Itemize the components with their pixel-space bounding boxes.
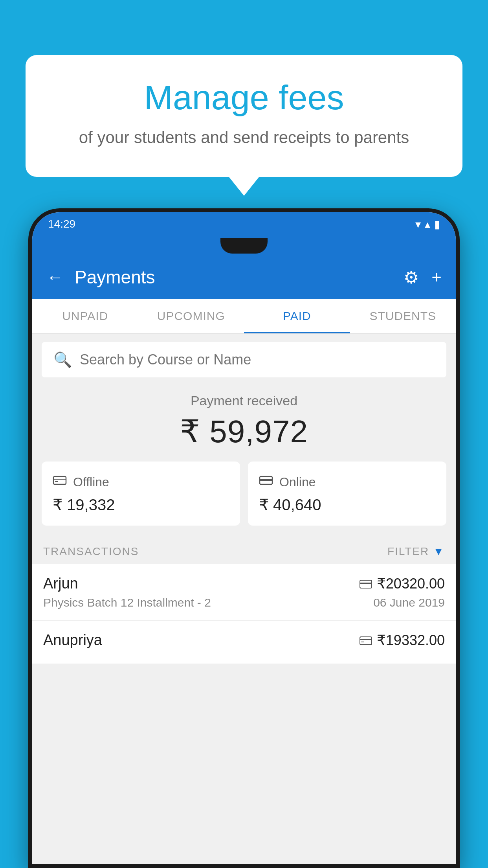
header-icons: ⚙ + — [404, 267, 442, 287]
offline-card-header: Offline — [53, 473, 229, 491]
filter-icon: ▼ — [433, 545, 445, 558]
payment-received-label: Payment received — [42, 393, 446, 408]
wifi-icon: ▾ — [415, 218, 421, 231]
tab-upcoming[interactable]: UPCOMING — [138, 299, 244, 333]
transaction-name: Arjun — [43, 575, 78, 592]
signal-icon: ▴ — [425, 218, 430, 231]
svg-rect-0 — [53, 476, 66, 484]
speech-bubble-container: Manage fees of your students and send re… — [26, 55, 462, 177]
transaction-date: 06 June 2019 — [373, 596, 445, 609]
page-title: Payments — [75, 267, 404, 288]
filter-button[interactable]: FILTER ▼ — [387, 545, 445, 558]
phone-inner: 14:29 ▾ ▴ ▮ ← Payments ⚙ + UNPAID — [32, 212, 456, 864]
status-icons: ▾ ▴ ▮ — [415, 218, 440, 231]
payment-type-icon — [360, 632, 372, 649]
app-header: ← Payments ⚙ + — [32, 256, 456, 299]
online-icon — [259, 473, 273, 491]
online-label: Online — [279, 475, 316, 489]
online-card-header: Online — [259, 473, 435, 491]
transaction-row-top: Anupriya ₹19332.00 — [43, 632, 445, 649]
notch — [220, 238, 268, 254]
back-button[interactable]: ← — [46, 267, 64, 287]
transaction-name: Anupriya — [43, 632, 102, 649]
payment-total-amount: ₹ 59,972 — [42, 413, 446, 450]
transaction-list: Arjun ₹20320.00 — [32, 564, 456, 664]
svg-rect-4 — [260, 479, 272, 481]
search-icon: 🔍 — [53, 351, 72, 368]
settings-icon[interactable]: ⚙ — [404, 267, 419, 287]
payment-summary: Payment received ₹ 59,972 — [32, 377, 456, 462]
add-icon[interactable]: + — [431, 267, 442, 287]
tab-paid[interactable]: PAID — [244, 299, 350, 333]
status-bar: 14:29 ▾ ▴ ▮ — [32, 212, 456, 236]
transaction-amount: ₹20320.00 — [360, 576, 445, 592]
transaction-course: Physics Batch 12 Installment - 2 — [43, 596, 365, 609]
transaction-row-top: Arjun ₹20320.00 — [43, 575, 445, 592]
transactions-label: TRANSACTIONS — [43, 545, 139, 558]
transactions-header: TRANSACTIONS FILTER ▼ — [32, 537, 456, 564]
search-container: 🔍 — [42, 342, 446, 377]
speech-bubble: Manage fees of your students and send re… — [26, 55, 462, 177]
offline-label: Offline — [73, 475, 109, 489]
transaction-detail: Physics Batch 12 Installment - 2 06 June… — [43, 596, 445, 609]
offline-amount: ₹ 19,332 — [53, 496, 229, 514]
transaction-amount: ₹19332.00 — [360, 632, 445, 649]
offline-payment-card: Offline ₹ 19,332 — [42, 462, 240, 526]
svg-rect-8 — [360, 639, 372, 640]
online-payment-card: Online ₹ 40,640 — [248, 462, 446, 526]
tab-unpaid[interactable]: UNPAID — [32, 299, 138, 333]
battery-icon: ▮ — [434, 218, 440, 231]
svg-rect-7 — [360, 637, 372, 645]
search-input[interactable] — [80, 351, 435, 368]
tab-students[interactable]: STUDENTS — [350, 299, 456, 333]
bubble-subtitle: of your students and send receipts to pa… — [57, 126, 431, 149]
table-row: Arjun ₹20320.00 — [32, 564, 456, 621]
content-area: 🔍 Payment received ₹ 59,972 — [32, 334, 456, 664]
table-row: Anupriya ₹19332.00 — [32, 621, 456, 664]
bubble-title: Manage fees — [57, 79, 431, 117]
svg-rect-1 — [53, 479, 66, 480]
svg-rect-2 — [55, 481, 58, 482]
svg-rect-9 — [361, 642, 364, 642]
status-time: 14:29 — [48, 218, 75, 230]
payment-cards: Offline ₹ 19,332 Online — [32, 462, 456, 537]
online-amount: ₹ 40,640 — [259, 496, 435, 514]
notch-bar — [32, 236, 456, 256]
tabs-bar: UNPAID UPCOMING PAID STUDENTS — [32, 299, 456, 334]
payment-type-icon — [360, 576, 372, 592]
offline-icon — [53, 473, 67, 491]
svg-rect-6 — [360, 583, 372, 584]
phone-frame: 14:29 ▾ ▴ ▮ ← Payments ⚙ + UNPAID — [28, 208, 460, 868]
